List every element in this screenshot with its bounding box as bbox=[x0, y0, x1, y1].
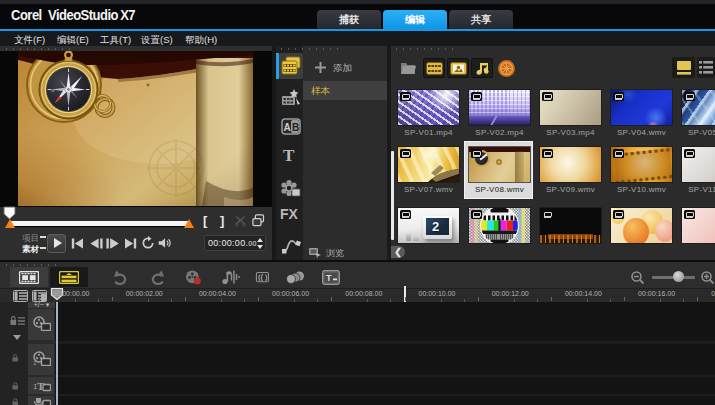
svg-text:A: A bbox=[284, 122, 291, 133]
svg-text:B: B bbox=[292, 122, 299, 133]
svg-text:T: T bbox=[326, 273, 332, 283]
